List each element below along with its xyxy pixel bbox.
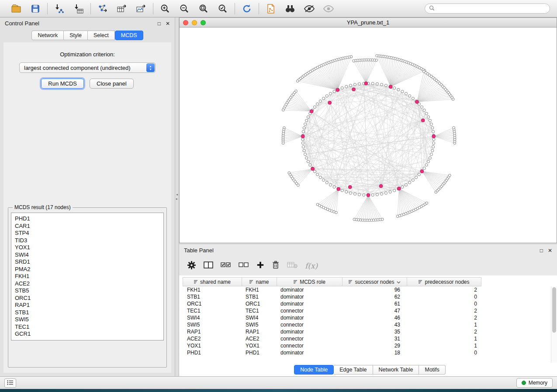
table-cell: 2: [407, 315, 481, 321]
table-row[interactable]: TEC1TEC1connector472: [183, 307, 557, 314]
table-row[interactable]: FKH1FKH1dominator962: [183, 286, 557, 293]
column-visibility-button[interactable]: [204, 261, 213, 271]
column-header-shared-name[interactable]: shared name: [183, 277, 242, 286]
tab-style[interactable]: Style: [64, 31, 88, 40]
table-cell: 31: [343, 336, 407, 342]
zoom-selected-button[interactable]: [216, 3, 229, 15]
table-row[interactable]: ORC1ORC1dominator610: [183, 300, 557, 307]
tab-network[interactable]: Network: [31, 31, 64, 40]
export-table-button[interactable]: [115, 3, 128, 15]
table-row[interactable]: STB1STB1dominator620: [183, 293, 557, 300]
hide-selected-button[interactable]: [303, 3, 316, 15]
close-table-panel-icon[interactable]: ✕: [548, 248, 552, 253]
table-row[interactable]: YOX1YOX1connector291: [183, 342, 557, 349]
minimize-window-icon[interactable]: [192, 20, 197, 25]
search-network-button[interactable]: [284, 3, 297, 15]
zoom-fit-button[interactable]: [197, 3, 210, 15]
mcds-result-item[interactable]: RAP1: [15, 302, 160, 309]
memory-button[interactable]: Memory: [516, 378, 553, 388]
tab-select[interactable]: Select: [88, 31, 115, 40]
table-row[interactable]: PHD1PHD1dominator180: [183, 349, 557, 356]
deselect-all-button[interactable]: [239, 261, 249, 270]
share-document-button[interactable]: [264, 3, 277, 15]
column-header-predecessor-nodes[interactable]: predecessor nodes: [407, 277, 481, 286]
mcds-result-item[interactable]: ACE2: [15, 280, 160, 288]
mcds-result-list[interactable]: PHD1CAR1STP4TID3YOX1SWI4SRD1PMA2FKH1ACE2…: [11, 213, 164, 340]
close-panel-icon[interactable]: ✕: [166, 21, 170, 26]
network-graph: [180, 28, 557, 243]
tab-network-table[interactable]: Network Table: [373, 365, 419, 375]
tab-node-table[interactable]: Node Table: [294, 365, 334, 375]
mcds-result-item[interactable]: TID3: [15, 237, 160, 244]
import-table-button[interactable]: [72, 3, 85, 15]
mcds-result-item[interactable]: ORC1: [15, 295, 160, 302]
table-scrollbar[interactable]: [551, 286, 557, 363]
optimization-criterion-select[interactable]: largest connected component (undirected)…: [19, 62, 156, 73]
open-file-button[interactable]: [10, 3, 23, 15]
table-cell: 1: [407, 322, 481, 328]
mcds-result-item[interactable]: GCR1: [15, 330, 160, 338]
sort-icon: [194, 279, 198, 285]
mcds-result-item[interactable]: PHD1: [15, 215, 160, 223]
column-label: shared name: [200, 279, 231, 285]
column-label: name: [256, 279, 269, 285]
splitter-collapse-icon[interactable]: ◂: [176, 193, 178, 196]
splitter-expand-icon[interactable]: ▸: [176, 197, 178, 201]
close-window-icon[interactable]: [183, 20, 188, 25]
float-panel-icon[interactable]: □: [158, 21, 161, 26]
run-mcds-button[interactable]: Run MCDS: [41, 79, 84, 89]
add-column-button[interactable]: [256, 261, 264, 271]
mcds-result-title: MCDS result (17 nodes): [13, 204, 73, 210]
column-header-successor-nodes[interactable]: successor nodes: [343, 277, 407, 286]
mcds-result-item[interactable]: TEC1: [15, 323, 160, 331]
mcds-result-item[interactable]: STB5: [15, 287, 160, 295]
import-network-button[interactable]: [53, 3, 66, 15]
column-header-mcds-role[interactable]: MCDS role: [277, 277, 343, 286]
network-titlebar[interactable]: YPA_prune.txt_1: [179, 17, 557, 28]
memory-status-icon: [522, 381, 526, 385]
table-cell: dominator: [277, 329, 343, 335]
mcds-result-item[interactable]: SRD1: [15, 258, 160, 266]
deselect-all-icon: [239, 261, 249, 270]
column-header-name[interactable]: name: [242, 277, 277, 286]
status-menu-button[interactable]: [4, 378, 16, 388]
zoom-out-button[interactable]: [178, 3, 191, 15]
table-cell: STB1: [183, 294, 242, 300]
control-panel-tabs: NetworkStyleSelectMCDS: [0, 31, 175, 40]
mcds-result-item[interactable]: FKH1: [15, 273, 160, 280]
new-network-button[interactable]: [96, 3, 109, 15]
global-search[interactable]: [425, 3, 550, 14]
save-session-button[interactable]: [29, 3, 42, 15]
zoom-in-button[interactable]: [159, 3, 172, 15]
mcds-result-item[interactable]: PMA2: [15, 266, 160, 273]
apply-layout-button[interactable]: [240, 3, 253, 15]
mcds-result-item[interactable]: STP4: [15, 230, 160, 237]
delete-column-button[interactable]: [272, 261, 280, 271]
close-panel-button[interactable]: Close panel: [90, 79, 134, 89]
table-cell: FKH1: [242, 287, 277, 293]
table-settings-button[interactable]: [187, 261, 196, 272]
tab-motifs[interactable]: Motifs: [419, 365, 445, 375]
table-row[interactable]: SWI5SWI5connector431: [183, 321, 557, 328]
mcds-result-item[interactable]: SWI4: [15, 251, 160, 259]
table-row[interactable]: SWI4SWI4dominator462: [183, 314, 557, 321]
scrollbar-thumb[interactable]: [552, 287, 556, 333]
mcds-result-item[interactable]: SWI5: [15, 316, 160, 323]
select-all-button[interactable]: [221, 261, 231, 270]
tab-mcds[interactable]: MCDS: [115, 31, 143, 40]
maximize-window-icon[interactable]: [201, 20, 206, 25]
export-image-button[interactable]: [135, 3, 148, 15]
dropdown-stepper-icon: ▲▼: [146, 63, 155, 72]
mcds-result-item[interactable]: CAR1: [15, 223, 160, 230]
search-input[interactable]: [437, 6, 546, 12]
panel-splitter[interactable]: ◂ ▸: [175, 17, 179, 376]
function-builder-button: f(x): [305, 261, 318, 270]
network-canvas[interactable]: [179, 28, 557, 243]
table-cell: 1: [407, 343, 481, 349]
tab-edge-table[interactable]: Edge Table: [334, 365, 373, 375]
mcds-result-item[interactable]: YOX1: [15, 244, 160, 251]
mcds-result-item[interactable]: STB1: [15, 309, 160, 316]
float-table-panel-icon[interactable]: □: [540, 248, 543, 253]
table-row[interactable]: ACE2ACE2connector311: [183, 335, 557, 342]
table-row[interactable]: RAP1RAP1dominator352: [183, 328, 557, 335]
